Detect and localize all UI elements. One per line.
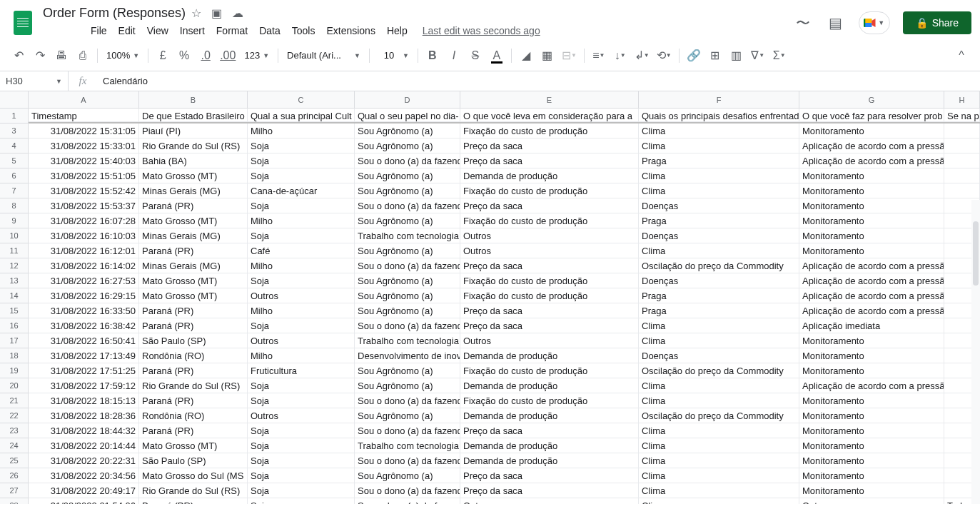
text-color-button[interactable]: A xyxy=(487,46,507,66)
cell[interactable]: Milho xyxy=(248,213,355,228)
cell[interactable]: Outros xyxy=(460,228,639,243)
rotate-button[interactable]: ⟲▼ xyxy=(654,46,675,66)
cell[interactable]: Aplicação de acordo com a pressão da pr xyxy=(799,138,944,153)
cell[interactable]: Soja xyxy=(248,423,355,438)
cell[interactable]: Sou o dono (a) da fazend xyxy=(355,198,460,213)
cell[interactable]: Aplicação de acordo com a pressão da pr xyxy=(799,273,944,288)
row-header-14[interactable]: 14 xyxy=(0,288,29,303)
cell[interactable]: Preço da saca xyxy=(460,138,639,153)
cell[interactable]: Fruticultura xyxy=(248,363,355,378)
cell[interactable]: Sou o dono (a) da fazend xyxy=(355,483,460,498)
cell[interactable]: Outros xyxy=(460,243,639,258)
column-header-A[interactable]: A xyxy=(29,91,139,109)
cell[interactable]: Paraná (PR) xyxy=(139,318,248,333)
row-header-13[interactable]: 13 xyxy=(0,273,29,288)
cell[interactable]: Minas Gerais (MG) xyxy=(139,228,248,243)
cell[interactable]: Outros xyxy=(248,408,355,423)
cell[interactable]: Soja xyxy=(248,393,355,408)
cell[interactable]: 31/08/2022 16:14:02 xyxy=(29,258,139,273)
cell[interactable]: Fixação do custo de produção xyxy=(460,393,639,408)
comments-icon[interactable]: ▤ xyxy=(826,13,846,33)
cell[interactable]: De que Estado Brasileiro xyxy=(139,109,248,122)
cell[interactable]: 31/08/2022 16:29:15 xyxy=(29,288,139,303)
cell[interactable]: Paraná (PR) xyxy=(139,363,248,378)
cell[interactable]: Preço da saca xyxy=(460,303,639,318)
cell[interactable]: Praga xyxy=(639,153,799,168)
cell[interactable]: Clima xyxy=(639,138,799,153)
menu-data[interactable]: Data xyxy=(254,22,286,39)
collapse-toolbar-button[interactable]: ^ xyxy=(951,46,971,66)
row-header-21[interactable]: 21 xyxy=(0,393,29,408)
cell[interactable]: Trabalho com tecnologia xyxy=(355,228,460,243)
column-header-H[interactable]: H xyxy=(944,91,980,109)
cell[interactable]: Fixação do custo de produção xyxy=(460,183,639,198)
redo-button[interactable]: ↷ xyxy=(30,46,50,66)
cell[interactable]: Fixação do custo de produção xyxy=(460,213,639,228)
select-all-corner[interactable] xyxy=(0,91,29,109)
cell[interactable]: Milho xyxy=(248,124,355,138)
cell[interactable]: Monitoramento xyxy=(799,423,944,438)
cell[interactable]: Sou Agrônomo (a) xyxy=(355,408,460,423)
cell[interactable]: Clima xyxy=(639,423,799,438)
sheets-logo[interactable] xyxy=(9,9,37,37)
cell[interactable] xyxy=(944,168,980,183)
cell[interactable]: Aplicação de acordo com a pressão da pr xyxy=(799,378,944,393)
cell[interactable]: São Paulo (SP) xyxy=(139,453,248,468)
cell[interactable]: Sou Agrônomo (a) xyxy=(355,213,460,228)
cell[interactable]: Fixação do custo de produção xyxy=(460,273,639,288)
currency-button[interactable]: £ xyxy=(153,46,173,66)
cell[interactable] xyxy=(944,153,980,168)
row-header-26[interactable]: 26 xyxy=(0,468,29,483)
cell[interactable]: 31/08/2022 16:12:01 xyxy=(29,243,139,258)
cell[interactable]: Sou Agrônomo (a) xyxy=(355,138,460,153)
cell[interactable]: Monitoramento xyxy=(799,198,944,213)
cell[interactable]: Monitoramento xyxy=(799,213,944,228)
cell[interactable]: Monitoramento xyxy=(799,348,944,363)
menu-edit[interactable]: Edit xyxy=(113,22,141,39)
row-header-10[interactable]: 10 xyxy=(0,228,29,243)
cell[interactable]: Monitoramento xyxy=(799,363,944,378)
cell[interactable]: Demanda de produção xyxy=(460,348,639,363)
cell[interactable]: Preço da saca xyxy=(460,468,639,483)
row-header-7[interactable]: 7 xyxy=(0,183,29,198)
cell[interactable]: Outros xyxy=(248,288,355,303)
cell[interactable]: Paraná (PR) xyxy=(139,243,248,258)
menu-help[interactable]: Help xyxy=(382,22,413,39)
cell[interactable]: Preço da saca xyxy=(460,153,639,168)
move-icon[interactable]: ▣ xyxy=(211,6,222,20)
cell[interactable] xyxy=(944,138,980,153)
percent-button[interactable]: % xyxy=(174,46,194,66)
row-header-1[interactable]: 1 xyxy=(0,109,29,124)
menu-format[interactable]: Format xyxy=(211,22,253,39)
cell[interactable]: 31/08/2022 20:14:44 xyxy=(29,438,139,453)
row-header-24[interactable]: 24 xyxy=(0,438,29,453)
document-title[interactable]: Order Form (Responses) xyxy=(43,6,186,21)
cell[interactable]: Aplicação de acordo com a pressão da pr xyxy=(799,288,944,303)
cell[interactable]: Cana-de-açúcar xyxy=(248,183,355,198)
cell[interactable]: Oscilação do preço da Commodity xyxy=(639,258,799,273)
cell[interactable]: Sou Agrônomo (a) xyxy=(355,168,460,183)
cell[interactable]: O que você faz para resolver prob xyxy=(799,109,944,122)
cell[interactable]: Mato Grosso do Sul (MS xyxy=(139,468,248,483)
cell[interactable]: Fixação do custo de produção xyxy=(460,363,639,378)
decrease-decimal-button[interactable]: .0 xyxy=(196,46,216,66)
row-header-23[interactable]: 23 xyxy=(0,423,29,438)
cell[interactable]: Mato Grosso (MT) xyxy=(139,273,248,288)
cell[interactable]: Monitoramento xyxy=(799,333,944,348)
cell[interactable]: Praga xyxy=(639,288,799,303)
cell[interactable]: Milho xyxy=(248,303,355,318)
cell[interactable]: Rondônia (RO) xyxy=(139,348,248,363)
cell[interactable]: Monitoramento xyxy=(799,408,944,423)
cell[interactable]: Preço da saca xyxy=(460,258,639,273)
cell[interactable]: Rondônia (RO) xyxy=(139,408,248,423)
cell[interactable]: Outros xyxy=(799,498,944,504)
cell[interactable]: Paraná (PR) xyxy=(139,393,248,408)
print-button[interactable]: 🖶 xyxy=(51,46,71,66)
cell[interactable]: Clima xyxy=(639,483,799,498)
cell[interactable]: Milho xyxy=(248,258,355,273)
cell[interactable]: Café xyxy=(248,243,355,258)
cell[interactable]: Outros xyxy=(248,333,355,348)
menu-file[interactable]: File xyxy=(86,22,112,39)
cell[interactable]: Sou Agrônomo (a) xyxy=(355,378,460,393)
cell[interactable]: Mato Grosso (MT) xyxy=(139,213,248,228)
